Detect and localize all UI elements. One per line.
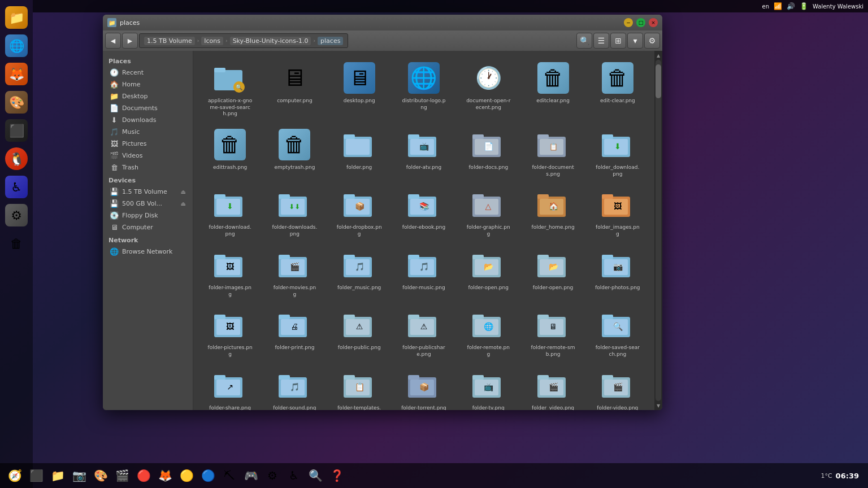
file-item[interactable]: 🏠 folder_home.png [522, 183, 584, 241]
taskbar-icon-firefox[interactable]: 🦊 [155, 465, 175, 486]
file-item[interactable]: folder.png [328, 123, 390, 181]
file-item[interactable]: 🗑 editclear.png [522, 56, 584, 121]
view-dropdown-button[interactable]: ▾ [627, 33, 643, 49]
file-item[interactable]: 📦 folder-torrent.png [393, 364, 455, 410]
path-icons[interactable]: Icons [201, 37, 223, 45]
file-item[interactable]: 🔍 folder-saved-search.png [587, 303, 649, 361]
sidebar-item-trash[interactable]: 🗑 Trash [104, 162, 192, 173]
file-item[interactable]: 🖼 folder_images.png [587, 183, 649, 241]
taskbar-icon-gimp[interactable]: 🎨 [90, 465, 111, 486]
file-item[interactable]: 📂 folder-open.png [522, 243, 584, 301]
sidebar-item-music[interactable]: 🎵 Music [104, 126, 192, 138]
file-item[interactable]: ↗ folder-share.png [199, 364, 261, 410]
file-item[interactable]: 📋 folder-templates.png [328, 364, 390, 410]
maximize-button[interactable]: □ [636, 18, 645, 27]
sidebar-item-browse-network[interactable]: 🌐 Browse Network [104, 246, 192, 258]
file-item[interactable]: 📺 folder-tv.png [457, 364, 519, 410]
file-item[interactable]: 🖼 folder-pictures.png [199, 303, 261, 361]
file-item[interactable]: 📄 folder-docs.png [457, 123, 519, 181]
taskbar-icon-opera[interactable]: 🔴 [133, 465, 154, 486]
taskbar-icon-compass[interactable]: 🧭 [5, 465, 25, 486]
taskbar-icon-minecraft[interactable]: ⛏ [219, 465, 240, 486]
sidebar-item-documents[interactable]: 📄 Documents [104, 102, 192, 114]
sidebar-item-computer[interactable]: 🖥 Computer [104, 221, 192, 233]
dock-accessibility[interactable]: ♿ [3, 174, 29, 200]
sidebar-item-1tb[interactable]: 💾 1.5 TB Volume ⏏ [104, 186, 192, 198]
file-item[interactable]: 🖼 folder-images.png [199, 243, 261, 301]
file-item[interactable]: △ folder-graphic.png [457, 183, 519, 241]
settings-button[interactable]: ⚙ [644, 33, 660, 49]
dock-terminal[interactable]: ⬛ [3, 117, 29, 143]
sidebar-item-floppy[interactable]: 💽 Floppy Disk [104, 210, 192, 221]
file-item[interactable]: 📺 folder-atv.png [393, 123, 455, 181]
dock-ubuntu[interactable]: 🐧 [3, 146, 29, 172]
path-theme[interactable]: Sky-Blue-Unity-icons-1.0 [230, 37, 311, 45]
file-item[interactable]: 📂 folder-open.png [457, 243, 519, 301]
file-item[interactable]: ⚠ folder-publicshare.png [393, 303, 455, 361]
taskbar-icon-chrome[interactable]: 🟡 [176, 465, 197, 486]
path-volume[interactable]: 1.5 TB Volume [144, 37, 195, 45]
search-button[interactable]: 🔍 [576, 33, 592, 49]
file-item[interactable]: 🎬 folder_video.png [522, 364, 584, 410]
eject-500gb-button[interactable]: ⏏ [181, 201, 186, 207]
path-places[interactable]: places [318, 37, 343, 45]
sidebar-item-pictures[interactable]: 🖼 Pictures [104, 138, 192, 150]
scroll-down-button[interactable]: ▼ [655, 402, 662, 409]
file-item[interactable]: ⚠ folder-public.png [328, 303, 390, 361]
file-item[interactable]: 🗑 emptytrash.png [263, 123, 326, 181]
file-item[interactable]: 🖥 folder-remote-smb.png [522, 303, 584, 361]
taskbar-icon-files[interactable]: 📁 [47, 465, 68, 486]
file-item[interactable]: 📋 folder-documents.png [522, 123, 584, 181]
scroll-thumb[interactable] [656, 64, 661, 98]
sidebar-item-home[interactable]: 🏠 Home [104, 79, 192, 90]
file-item[interactable]: 📦 folder-dropbox.png [328, 183, 390, 241]
taskbar-icon-media[interactable]: 🎬 [112, 465, 132, 486]
file-item[interactable]: 🗑 edittrash.png [199, 123, 261, 181]
sidebar-item-desktop[interactable]: 📁 Desktop [104, 90, 192, 102]
taskbar-icon-photos[interactable]: 📷 [69, 465, 89, 486]
sidebar-item-videos[interactable]: 🎬 Videos [104, 150, 192, 162]
dock-files[interactable]: 📁 [3, 5, 29, 30]
file-item[interactable]: 📷 folder-photos.png [587, 243, 649, 301]
dock-firefox[interactable]: 🦊 [3, 61, 29, 87]
file-item[interactable]: 🕐 document-open-recent.png [457, 56, 519, 121]
file-item[interactable]: 🌐 folder-remote.png [457, 303, 519, 361]
file-item[interactable]: 📚 folder-ebook.png [393, 183, 455, 241]
file-item[interactable]: ⬇ folder_download.png [587, 123, 649, 181]
list-view-button[interactable]: ☰ [593, 33, 609, 49]
minimize-button[interactable]: − [624, 18, 633, 27]
file-item[interactable]: 🔍 application-x-gnome-saved-search.png [199, 56, 261, 121]
taskbar-icon-vuze[interactable]: 🔵 [198, 465, 218, 486]
dock-gimp[interactable]: 🎨 [3, 89, 29, 115]
sidebar-item-500gb[interactable]: 💾 500 GB Vol... ⏏ [104, 198, 192, 210]
file-item[interactable]: ⬇⬇ folder-downloads.png [263, 183, 326, 241]
scroll-track[interactable] [656, 60, 661, 401]
eject-1tb-button[interactable]: ⏏ [181, 189, 186, 195]
taskbar-icon-help[interactable]: ❓ [327, 465, 347, 486]
file-item[interactable]: 🎵 folder-music.png [393, 243, 455, 301]
taskbar-icon-settings[interactable]: ⚙ [262, 465, 283, 486]
file-item[interactable]: 🎵 folder-sound.png [263, 364, 326, 410]
file-item[interactable]: ⬇ folder-download.png [199, 183, 261, 241]
dock-trash2[interactable]: 🗑 [3, 230, 29, 256]
file-content-area[interactable]: 🔍 application-x-gnome-saved-search.png 🖥… [193, 51, 654, 410]
file-item[interactable]: 🗑 edit-clear.png [587, 56, 649, 121]
close-button[interactable]: × [649, 18, 658, 27]
forward-button[interactable]: ▶ [122, 33, 138, 49]
taskbar-icon-terminal[interactable]: ⬛ [26, 465, 46, 486]
dock-settings[interactable]: ⚙ [3, 202, 29, 228]
scroll-up-button[interactable]: ▲ [655, 52, 662, 59]
sidebar-item-downloads[interactable]: ⬇ Downloads [104, 114, 192, 126]
grid-view-button[interactable]: ⊞ [610, 33, 626, 49]
dock-network[interactable]: 🌐 [3, 33, 29, 59]
file-item[interactable]: 🎬 folder-video.png [587, 364, 649, 410]
file-item[interactable]: 🖨 folder-print.png [263, 303, 326, 361]
back-button[interactable]: ◀ [105, 33, 121, 49]
sidebar-item-recent[interactable]: 🕐 Recent [104, 67, 192, 79]
file-item[interactable]: 🌐 distributor-logo.png [393, 56, 455, 121]
taskbar-icon-finder[interactable]: 🔍 [305, 465, 326, 486]
file-item[interactable]: 🖥 desktop.png [328, 56, 390, 121]
file-item[interactable]: 🎵 folder_music.png [328, 243, 390, 301]
file-item[interactable]: 🎬 folder-movies.png [263, 243, 326, 301]
taskbar-icon-steam[interactable]: 🎮 [241, 465, 261, 486]
